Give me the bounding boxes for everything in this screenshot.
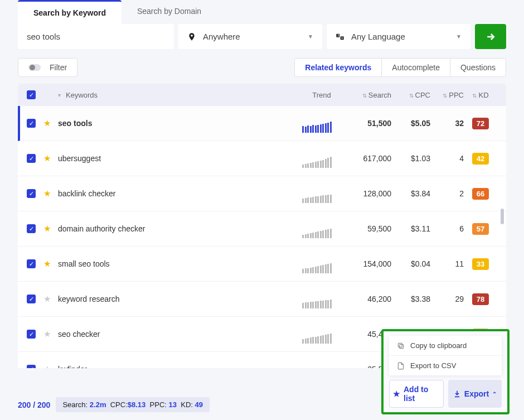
col-keywords[interactable]: ▾Keywords <box>58 91 302 99</box>
kd-cell: 66 <box>464 188 497 200</box>
table-row[interactable]: ✓★seo tools51,500$5.053272 <box>18 106 506 141</box>
caret-down-icon: ▼ <box>456 33 462 40</box>
trend-sparkline <box>302 155 341 168</box>
cpc-cell: $3.84 <box>391 189 430 198</box>
table-row[interactable]: ✓★domain authority checker59,500$3.11657 <box>18 211 506 247</box>
language-value: Any Language <box>351 32 405 41</box>
kd-cell: 33 <box>464 258 497 270</box>
cpc-cell: $3.38 <box>391 295 430 303</box>
search-mode-tabs: Search by Keyword Search by Domain <box>0 0 524 24</box>
col-trend[interactable]: Trend <box>302 91 341 99</box>
cpc-cell: $3.11 <box>391 224 430 233</box>
keyword-cell[interactable]: small seo tools <box>58 259 302 268</box>
col-kd[interactable]: ⇅KD <box>464 91 497 99</box>
view-tab-autocomplete[interactable]: Autocomplete <box>381 59 450 76</box>
translate-icon: 文A <box>336 32 345 41</box>
export-button[interactable]: Export ⌃ <box>448 380 502 408</box>
kd-cell: 42 <box>464 153 497 165</box>
cpc-cell: $1.03 <box>391 154 430 163</box>
export-panel: Copy to clipboard Export to CSV ★ Add to… <box>381 329 510 414</box>
toggle-icon <box>28 64 41 71</box>
search-volume-cell: 51,500 <box>341 119 391 128</box>
sort-icon: ⇅ <box>472 93 477 99</box>
trend-sparkline <box>302 190 341 203</box>
row-checkbox[interactable]: ✓ <box>27 189 36 198</box>
search-volume-cell: 59,500 <box>341 224 391 233</box>
star-icon[interactable]: ★ <box>43 294 51 303</box>
tab-search-domain[interactable]: Search by Domain <box>122 0 217 24</box>
trend-sparkline <box>302 330 341 344</box>
row-checkbox[interactable]: ✓ <box>27 224 36 233</box>
keyword-cell[interactable]: backlink checker <box>58 189 302 198</box>
language-dropdown[interactable]: 文A Any Language ▼ <box>327 24 470 49</box>
export-copy-clipboard[interactable]: Copy to clipboard <box>389 336 502 356</box>
ppc-cell: 11 <box>430 259 464 268</box>
ppc-cell: 4 <box>430 154 464 163</box>
keyword-input[interactable]: seo tools <box>18 24 174 49</box>
star-icon[interactable]: ★ <box>43 224 51 233</box>
kd-cell: 78 <box>464 293 497 305</box>
arrow-right-icon <box>485 31 496 42</box>
search-volume-cell: 46,200 <box>341 295 391 303</box>
svg-rect-5 <box>398 343 402 347</box>
select-all-checkbox[interactable]: ✓ <box>27 90 36 99</box>
download-icon <box>453 390 461 398</box>
chevron-up-icon: ⌃ <box>492 391 497 397</box>
keyword-cell[interactable]: seo tools <box>58 119 302 128</box>
ppc-cell: 2 <box>430 189 464 198</box>
row-checkbox[interactable]: ✓ <box>27 295 36 303</box>
filter-label: Filter <box>50 63 67 72</box>
row-checkbox[interactable]: ✓ <box>27 330 36 339</box>
filter-toggle[interactable]: Filter <box>18 58 77 77</box>
tab-search-keyword[interactable]: Search by Keyword <box>18 0 122 24</box>
star-icon[interactable]: ★ <box>43 153 51 163</box>
keyword-cell[interactable]: kwfinder <box>58 365 302 368</box>
copy-icon <box>397 342 405 350</box>
sort-desc-icon: ▾ <box>58 92 61 98</box>
result-counter: 200 / 200 <box>18 400 50 409</box>
sort-icon: ⇅ <box>443 93 447 99</box>
trend-sparkline <box>302 119 341 133</box>
view-tab-related[interactable]: Related keywords <box>295 59 381 76</box>
location-dropdown[interactable]: Anywhere ▼ <box>178 24 322 49</box>
row-checkbox[interactable]: ✓ <box>27 119 36 128</box>
star-icon[interactable]: ★ <box>43 118 51 128</box>
star-icon[interactable]: ★ <box>43 329 51 339</box>
kd-cell: 57 <box>464 223 497 235</box>
sort-icon: ⇅ <box>362 93 367 99</box>
keyword-cell[interactable]: domain authority checker <box>58 224 302 233</box>
cpc-cell: $5.05 <box>391 119 430 128</box>
table-row[interactable]: ✓★keyword research46,200$3.382978 <box>18 282 506 317</box>
ppc-cell: 6 <box>430 224 464 233</box>
svg-text:文: 文 <box>337 33 340 37</box>
row-checkbox[interactable]: ✓ <box>27 259 36 268</box>
row-checkbox[interactable]: ✓ <box>27 365 36 368</box>
table-row[interactable]: ✓★backlink checker128,000$3.84266 <box>18 176 506 211</box>
location-value: Anywhere <box>203 32 240 41</box>
col-search[interactable]: ⇅Search <box>341 91 391 99</box>
table-row[interactable]: ✓★small seo tools154,000$0.041133 <box>18 247 506 282</box>
summary-stats: Search: 2.2m CPC:$8.13 PPC: 13 KD: 49 <box>56 397 210 412</box>
kd-cell: 72 <box>464 118 497 129</box>
star-icon[interactable]: ★ <box>43 364 51 368</box>
search-button[interactable] <box>475 24 506 49</box>
col-ppc[interactable]: ⇅PPC <box>430 91 464 99</box>
star-icon[interactable]: ★ <box>43 189 51 198</box>
keyword-cell[interactable]: keyword research <box>58 295 302 303</box>
row-checkbox[interactable]: ✓ <box>27 154 36 163</box>
add-to-list-button[interactable]: ★ Add to list <box>389 380 444 408</box>
keyword-cell[interactable]: ubersuggest <box>58 154 302 163</box>
caret-down-icon: ▼ <box>308 33 313 40</box>
sort-icon: ⇅ <box>409 93 414 99</box>
view-tab-questions[interactable]: Questions <box>450 59 506 76</box>
search-volume-cell: 154,000 <box>341 259 391 268</box>
keyword-cell[interactable]: seo checker <box>58 330 302 339</box>
scrollbar-thumb[interactable] <box>501 209 504 224</box>
export-csv[interactable]: Export to CSV <box>389 356 502 375</box>
search-volume-cell: 128,000 <box>341 189 391 198</box>
trend-sparkline <box>302 260 341 273</box>
table-row[interactable]: ✓★ubersuggest617,000$1.03442 <box>18 141 506 176</box>
col-cpc[interactable]: ⇅CPC <box>391 91 430 99</box>
star-icon[interactable]: ★ <box>43 259 51 268</box>
star-icon: ★ <box>393 389 400 398</box>
